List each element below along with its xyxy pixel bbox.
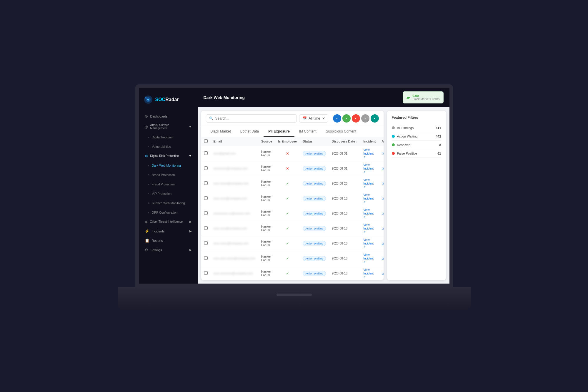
date-filter[interactable]: 📅 All time ✕	[299, 114, 328, 123]
table-row: xxxxxxxxx@company.com Hacker Forum ✕ Act…	[201, 161, 384, 176]
action-checkbox-icon[interactable]: ☑	[382, 166, 383, 171]
sidebar-item-dashboards[interactable]: ⊙ Dashboards	[140, 112, 196, 121]
sidebar-item-digital-footprint[interactable]: ◦ Digital Footprint	[140, 133, 196, 142]
view-incident-link[interactable]: View Incident ↗	[363, 223, 374, 234]
search-toolbar: 🔍 📅 All time ✕ ▪	[201, 111, 384, 126]
view-incident-link[interactable]: View Incident ↗	[363, 193, 374, 204]
col-email: Email	[211, 137, 258, 146]
action-waiting-dot	[392, 135, 395, 138]
tab-suspicious-content[interactable]: Suspicious Content	[321, 126, 361, 137]
sidebar-item-incidents[interactable]: ⚡ Incidents ▶	[140, 227, 196, 236]
cell-email: xxxx.xxxx.xxxxx@company.com	[211, 251, 258, 266]
sidebar-item-attack-surface[interactable]: ◎ Attack Surface Management ▼	[140, 121, 196, 132]
col-discovery-date[interactable]: Discovery Date ↓	[329, 137, 361, 146]
table-row: xxxx.xxxx@company.com Hacker Forum ✓ Act…	[201, 221, 384, 236]
filter-btn-red[interactable]: ▪	[352, 114, 360, 123]
action-checkbox-icon[interactable]: ☑	[382, 151, 383, 156]
cell-incident[interactable]: View Incident ↗	[360, 251, 379, 266]
cell-incident[interactable]: View Incident ↗	[360, 161, 379, 176]
view-incident-link[interactable]: View Incident ↗	[363, 148, 374, 159]
settings-expand-icon: ▶	[189, 248, 192, 252]
cell-incident[interactable]: View Incident ↗	[360, 176, 379, 191]
search-input[interactable]	[215, 116, 294, 120]
view-incident-link[interactable]: View Incident ↗	[363, 208, 374, 219]
filter-buttons: ▪ ▪ ▪ ▪ ▪	[333, 114, 379, 123]
drp-config-icon: ◦	[148, 210, 150, 215]
cell-incident[interactable]: View Incident ↗	[360, 266, 379, 280]
view-incident-link[interactable]: View Incident ↗	[363, 268, 374, 279]
cell-is-employee: ✓	[275, 236, 300, 251]
sidebar-item-reports[interactable]: 📋 Reports	[140, 236, 196, 245]
clear-date-icon[interactable]: ✕	[322, 116, 325, 120]
action-checkbox-icon[interactable]: ☑	[382, 241, 383, 246]
sidebar-item-settings[interactable]: ⚙ Settings ▶	[140, 245, 196, 254]
filter-btn-green[interactable]: ▪	[342, 114, 351, 123]
cell-email: xxxx.xxxx@company.com	[211, 221, 258, 236]
tab-im-content[interactable]: IM Content	[294, 126, 321, 137]
row-checkbox[interactable]	[204, 241, 208, 245]
action-checkbox-icon[interactable]: ☑	[382, 196, 383, 201]
filter-resolved[interactable]: Resolved 8	[392, 141, 441, 149]
cell-is-employee: ✓	[275, 191, 300, 206]
sidebar-item-vip-protection[interactable]: ◦ VIP Protection	[140, 189, 196, 198]
col-status: Status	[300, 137, 329, 146]
reports-icon: 📋	[145, 238, 149, 243]
cell-incident[interactable]: View Incident ↗	[360, 206, 379, 221]
cell-source: Hacker Forum	[258, 176, 275, 191]
tab-botnet-data[interactable]: Botnet Data	[236, 126, 264, 137]
filter-false-positive[interactable]: False Positive 61	[392, 149, 441, 158]
cell-is-employee: ✓	[275, 266, 300, 280]
table-header-row: Email Source Is Employee Status Discover…	[201, 137, 384, 146]
vip-protection-icon: ◦	[148, 191, 150, 196]
filter-btn-teal[interactable]: ▪	[371, 114, 379, 123]
sidebar-item-digital-risk[interactable]: ⊗ Digital Risk Protection ▼	[140, 151, 196, 160]
row-checkbox[interactable]	[204, 226, 208, 230]
sidebar-item-dark-web[interactable]: ◦ Dark Web Monitoring	[140, 161, 196, 170]
sidebar-item-fraud-protection[interactable]: ◦ Fraud Protection	[140, 180, 196, 189]
row-checkbox[interactable]	[204, 256, 208, 260]
cell-is-employee: ✕	[275, 146, 300, 161]
sidebar-item-brand-protection[interactable]: ◦ Brand Protection	[140, 170, 196, 179]
cell-incident[interactable]: View Incident ↗	[360, 146, 379, 161]
credits-icon: ▰	[407, 95, 410, 100]
view-incident-link[interactable]: View Incident ↗	[363, 238, 374, 249]
col-is-employee: Is Employee	[275, 137, 300, 146]
cell-incident[interactable]: View Incident ↗	[360, 236, 379, 251]
action-checkbox-icon[interactable]: ☑	[382, 226, 383, 231]
resolved-label: Resolved	[397, 143, 437, 147]
row-checkbox[interactable]	[204, 196, 208, 200]
filter-all-findings[interactable]: All Findings 511	[392, 124, 441, 132]
cell-date: 2023-08-18	[329, 206, 361, 221]
credits-box: ▰ 0.00 Black Market Credits	[403, 91, 443, 103]
sidebar-item-drp-config[interactable]: ◦ DRP Configuration	[140, 208, 196, 217]
logo-text: SOCRadar	[155, 97, 179, 102]
select-all-checkbox[interactable]	[204, 139, 208, 143]
action-checkbox-icon[interactable]: ☑	[382, 181, 383, 186]
tab-black-market[interactable]: Black Market	[206, 126, 236, 137]
data-table: Email Source Is Employee Status Discover…	[201, 137, 384, 280]
action-checkbox-icon[interactable]: ☑	[382, 271, 383, 276]
sidebar-item-cyber-threat[interactable]: ◈ Cyber Threat Intelligence ▶	[140, 217, 196, 226]
sidebar-item-surface-web[interactable]: ◦ Surface Web Monitoring	[140, 198, 196, 207]
filter-btn-gray[interactable]: ▪	[361, 114, 369, 123]
table-row: xxxx.xxxxx@company.com Hacker Forum ✓ Ac…	[201, 236, 384, 251]
cell-incident[interactable]: View Incident ↗	[360, 191, 379, 206]
view-incident-link[interactable]: View Incident ↗	[363, 163, 374, 174]
row-checkbox[interactable]	[204, 151, 208, 155]
row-checkbox[interactable]	[204, 211, 208, 215]
logo-icon	[144, 95, 153, 104]
view-incident-link[interactable]: View Incident ↗	[363, 178, 374, 189]
filter-btn-blue[interactable]: ▪	[333, 114, 341, 123]
row-checkbox[interactable]	[204, 181, 208, 185]
action-checkbox-icon[interactable]: ☑	[382, 256, 383, 261]
sidebar-item-vulnerabilities[interactable]: ◦ Vulnerabilities	[140, 142, 196, 151]
tab-pii-exposure[interactable]: PII Exposure	[264, 126, 294, 137]
row-checkbox[interactable]	[204, 166, 208, 170]
action-checkbox-icon[interactable]: ☑	[382, 211, 383, 216]
top-header: Dark Web Monitoring ▰ 0.00 Black Market …	[198, 88, 449, 107]
filter-action-waiting[interactable]: Action Waiting 442	[392, 132, 441, 141]
row-checkbox[interactable]	[204, 271, 208, 275]
cell-incident[interactable]: View Incident ↗	[360, 221, 379, 236]
view-incident-link[interactable]: View Incident ↗	[363, 253, 374, 264]
surface-web-icon: ◦	[148, 201, 150, 205]
